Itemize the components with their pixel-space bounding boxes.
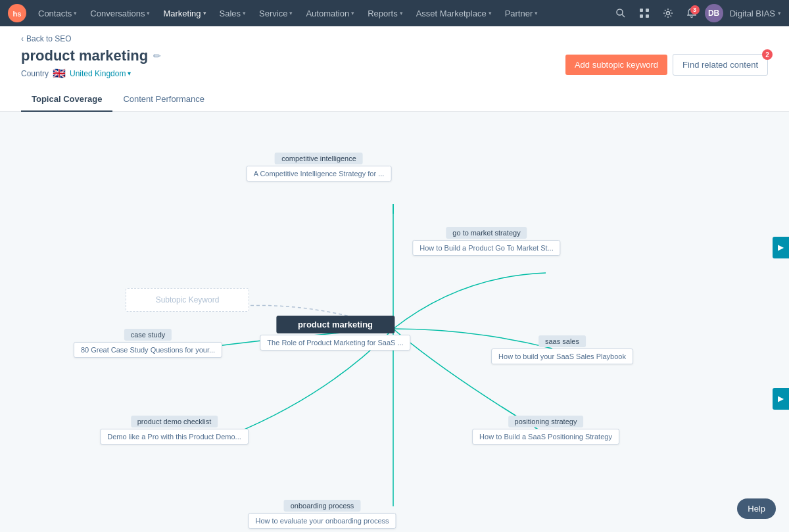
- country-selector[interactable]: United Kingdom ▾: [70, 69, 131, 78]
- svg-line-3: [622, 14, 625, 17]
- nav-service[interactable]: Service▾: [252, 0, 299, 26]
- go-to-market-label: go to market strategy: [446, 227, 527, 239]
- tabs: Topical Coverage Content Performance: [21, 87, 768, 111]
- node-placeholder[interactable]: Subtopic Keyword: [126, 288, 249, 312]
- positioning-strategy-label: positioning strategy: [508, 416, 584, 427]
- product-demo-content: Demo like a Pro with this Product Demo..…: [100, 429, 249, 445]
- tab-content-performance[interactable]: Content Performance: [112, 87, 215, 112]
- nav-asset-marketplace[interactable]: Asset Marketplace▾: [410, 0, 498, 26]
- nav-reports[interactable]: Reports▾: [361, 0, 410, 26]
- product-demo-label: product demo checklist: [131, 416, 218, 427]
- node-competitive-intelligence[interactable]: competitive intelligence A Competitive I…: [247, 153, 392, 181]
- placeholder-label: Subtopic Keyword: [126, 288, 249, 312]
- side-panel-tab-bottom[interactable]: ▶: [773, 388, 789, 410]
- hubspot-logo[interactable]: hs: [8, 4, 26, 22]
- nav-marketing[interactable]: Marketing▾: [156, 0, 212, 26]
- saas-sales-label: saas sales: [538, 335, 586, 347]
- svg-rect-5: [646, 9, 649, 12]
- nav-contacts[interactable]: Contacts▾: [32, 0, 84, 26]
- svg-rect-7: [646, 14, 649, 18]
- back-chevron-icon: ‹: [21, 34, 24, 43]
- add-subtopic-keyword-button[interactable]: Add subtopic keyword: [565, 55, 667, 75]
- svg-rect-4: [640, 9, 643, 12]
- topnav-right: 3 DB Digital BIAS ▾: [610, 3, 781, 24]
- onboarding-process-label: onboarding process: [284, 500, 361, 512]
- header-buttons: Add subtopic keyword Find related conten…: [565, 54, 768, 76]
- topic-cluster-canvas: product marketing The Role of Product Ma…: [0, 112, 789, 532]
- page-title-row: product marketing ✏ Country 🇬🇧 United Ki…: [21, 47, 768, 87]
- competitive-intelligence-label: competitive intelligence: [275, 153, 363, 164]
- notification-badge: 3: [690, 5, 700, 14]
- back-to-seo-link[interactable]: ‹ Back to SEO: [21, 26, 768, 47]
- top-navigation: hs Contacts▾ Conversations▾ Marketing▾ S…: [0, 0, 789, 26]
- find-related-content-button[interactable]: Find related content: [673, 54, 768, 76]
- node-case-study[interactable]: case study 80 Great Case Study Questions…: [74, 329, 222, 358]
- nav-sales[interactable]: Sales▾: [213, 0, 253, 26]
- svg-rect-6: [640, 14, 643, 18]
- center-node-label: product marketing: [276, 316, 394, 333]
- onboarding-process-content: How to evaluate your onboarding process: [248, 513, 396, 529]
- saas-sales-content: How to build your SaaS Sales Playbook: [491, 349, 633, 364]
- node-saas-sales[interactable]: saas sales How to build your SaaS Sales …: [491, 335, 633, 364]
- svg-point-8: [666, 12, 669, 15]
- apps-icon-btn[interactable]: [634, 3, 655, 24]
- positioning-strategy-content: How to Build a SaaS Positioning Strategy: [472, 429, 619, 445]
- node-product-demo[interactable]: product demo checklist Demo like a Pro w…: [100, 416, 249, 445]
- node-positioning-strategy[interactable]: positioning strategy How to Build a SaaS…: [472, 416, 619, 445]
- center-node[interactable]: product marketing The Role of Product Ma…: [260, 316, 410, 351]
- edit-title-icon[interactable]: ✏: [153, 51, 161, 61]
- notifications-icon-btn[interactable]: 3: [681, 3, 702, 24]
- go-to-market-content: How to Build a Product Go To Market St..…: [412, 240, 560, 256]
- page-header: ‹ Back to SEO product marketing ✏ Countr…: [0, 26, 789, 112]
- side-panel-tab-top[interactable]: ▶: [773, 237, 789, 258]
- svg-text:hs: hs: [13, 10, 22, 18]
- nav-partner[interactable]: Partner▾: [498, 0, 545, 26]
- center-node-content: The Role of Product Marketing for SaaS .…: [260, 335, 410, 351]
- tab-topical-coverage[interactable]: Topical Coverage: [21, 87, 112, 112]
- node-onboarding-process[interactable]: onboarding process How to evaluate your …: [248, 500, 396, 529]
- page-title-left: product marketing ✏ Country 🇬🇧 United Ki…: [21, 47, 161, 82]
- nav-automation[interactable]: Automation▾: [299, 0, 361, 26]
- flag-icon: 🇬🇧: [53, 67, 66, 80]
- settings-icon-btn[interactable]: [658, 3, 679, 24]
- competitive-intelligence-content: A Competitive Intelligence Strategy for …: [247, 166, 392, 181]
- nav-conversations[interactable]: Conversations▾: [84, 0, 156, 26]
- node-go-to-market[interactable]: go to market strategy How to Build a Pro…: [412, 227, 560, 256]
- avatar[interactable]: DB: [705, 4, 723, 22]
- help-button[interactable]: Help: [737, 498, 776, 519]
- case-study-label: case study: [124, 329, 172, 341]
- related-content-badge: 2: [762, 49, 773, 60]
- case-study-content: 80 Great Case Study Questions for your..…: [74, 342, 222, 358]
- search-icon-btn[interactable]: [610, 3, 631, 24]
- svg-point-2: [617, 9, 623, 15]
- page-title: product marketing: [21, 47, 148, 64]
- country-row: Country 🇬🇧 United Kingdom ▾: [21, 67, 161, 82]
- account-name[interactable]: Digital BIAS ▾: [726, 9, 781, 18]
